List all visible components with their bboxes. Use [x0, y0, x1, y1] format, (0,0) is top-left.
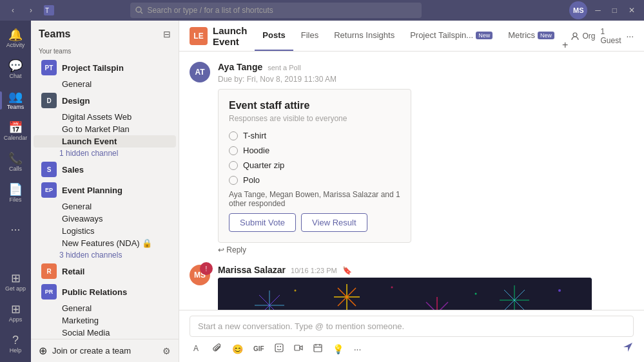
filter-button[interactable]: ⊟: [163, 29, 171, 39]
poll-option-tshirt[interactable]: T-shirt: [229, 131, 400, 140]
team-item-event-planning[interactable]: EP Event Planning ···: [34, 180, 176, 200]
gif-button[interactable]: GIF: [249, 343, 268, 355]
chat-icon: 💬: [8, 60, 23, 71]
rail-item-help[interactable]: ? Help: [0, 329, 31, 359]
nav-back-button[interactable]: ‹: [5, 3, 21, 18]
team-item-project-tailspin[interactable]: PT Project Tailspin ···: [34, 57, 176, 78]
channel-item-launch-event[interactable]: Launch Event: [34, 135, 176, 148]
channel-item-go-to-market[interactable]: Go to Market Plan: [34, 123, 176, 135]
restore-button[interactable]: □: [609, 6, 621, 15]
meet-button[interactable]: [290, 341, 307, 357]
rail-item-calls[interactable]: 📞 Calls: [0, 147, 31, 178]
poll-meta-sent: sent a Poll: [268, 64, 300, 71]
poll-option-label-quarter-zip: Quarter zip: [243, 160, 284, 170]
rail-item-chat[interactable]: 💬 Chat: [0, 54, 31, 85]
poll-radio-quarter-zip[interactable]: [229, 161, 238, 170]
team-name-sales: Sales: [62, 165, 158, 175]
hidden-channels-ep[interactable]: 3 hidden channels: [31, 249, 179, 261]
channel-item-logistics[interactable]: Logistics: [34, 225, 176, 237]
poll-radio-hoodie[interactable]: [229, 146, 238, 155]
channel-item-general-pr[interactable]: General: [34, 302, 176, 314]
sidebar-settings-button[interactable]: ⚙: [162, 346, 171, 356]
rail-label-help: Help: [10, 347, 22, 354]
section-label: Your teams: [31, 45, 179, 57]
org-button[interactable]: Org: [571, 32, 595, 41]
apps-icon: ⊞: [11, 303, 21, 315]
header-tabs: Posts Files Returns Insights Project Tai…: [255, 21, 568, 51]
tab-metrics[interactable]: Metrics New: [500, 21, 562, 51]
poll-radio-tshirt[interactable]: [229, 131, 238, 140]
avatar-aya-tange: AT: [190, 62, 210, 82]
close-button[interactable]: ✕: [625, 6, 639, 15]
rail-item-calendar[interactable]: 📅 Calendar: [0, 116, 31, 147]
team-item-retail[interactable]: R Retail ···: [34, 261, 176, 281]
minimize-button[interactable]: ─: [591, 6, 605, 15]
rail-label-files: Files: [9, 196, 21, 203]
rail-item-teams[interactable]: 👥 Teams: [0, 85, 31, 116]
channel-item-giveaways[interactable]: Giveaways: [34, 213, 176, 225]
add-tab-button[interactable]: +: [562, 39, 568, 51]
team-avatar-event-planning: EP: [41, 182, 57, 198]
channel-more-button[interactable]: ···: [626, 31, 634, 41]
search-bar[interactable]: [130, 3, 422, 18]
channel-item-social-media[interactable]: Social Media: [34, 327, 176, 339]
fireworks-meta-time: 10/16 1:23 PM: [291, 267, 337, 274]
send-button[interactable]: [622, 341, 634, 356]
tab-project-tailspin[interactable]: Project Tailspin... New: [402, 21, 500, 51]
rail-item-get-app[interactable]: ⊞ Get app: [0, 267, 31, 298]
join-create-team-button[interactable]: ⊕ Join or create a team: [39, 345, 157, 357]
channel-name-go-to-market: Go to Market Plan: [62, 124, 171, 134]
poll-option-quarter-zip[interactable]: Quarter zip: [229, 160, 400, 170]
more-apps-icon: ···: [10, 224, 20, 235]
poll-option-polo[interactable]: Polo: [229, 175, 400, 185]
channel-item-general-ep[interactable]: General: [34, 200, 176, 213]
rail-bottom: ⊞ Get app ⊞ Apps ? Help: [0, 267, 31, 359]
svg-point-2: [136, 7, 141, 12]
team-item-public-relations[interactable]: PR Public Relations ···: [34, 281, 176, 302]
fireworks-message-header: Marissa Salazar 10/16 1:23 PM 🔖: [218, 265, 634, 275]
more-tools-button[interactable]: ···: [350, 341, 366, 357]
rail-item-ellipsis[interactable]: ···: [0, 214, 31, 245]
poll-option-hoodie[interactable]: Hoodie: [229, 146, 400, 155]
sticker-button[interactable]: [271, 341, 288, 357]
view-result-button[interactable]: View Result: [301, 213, 367, 232]
reply-link-poll[interactable]: ↩ Reply: [218, 245, 634, 254]
tab-returns-insights[interactable]: Returns Insights: [326, 21, 402, 51]
team-avatar-project-tailspin: PT: [41, 60, 57, 75]
bookmark-button[interactable]: 🔖: [342, 266, 352, 275]
format-button[interactable]: A: [190, 341, 206, 357]
rail-label-calendar: Calendar: [4, 135, 28, 141]
user-avatar[interactable]: MS: [569, 1, 587, 19]
poll-card: Event staff attire Responses are visible…: [218, 89, 411, 243]
channel-name-general-pr: General: [62, 303, 171, 313]
rail-item-files[interactable]: 📄 Files: [0, 178, 31, 209]
channel-item-digital-assets[interactable]: Digital Assets Web: [34, 111, 176, 123]
tab-posts[interactable]: Posts: [255, 21, 293, 51]
schedule-button[interactable]: [309, 341, 326, 357]
fireworks-image: [218, 278, 592, 310]
poll-option-label-tshirt: T-shirt: [243, 131, 266, 140]
message-fireworks: MS ! Marissa Salazar 10/16 1:23 PM 🔖: [190, 265, 634, 310]
nav-forward-button[interactable]: ›: [23, 3, 39, 18]
submit-vote-button[interactable]: Submit Vote: [229, 213, 296, 232]
search-input[interactable]: [147, 6, 416, 15]
files-icon: 📄: [8, 184, 23, 195]
hidden-channels-design[interactable]: 1 hidden channel: [31, 148, 179, 159]
send-icon: [622, 341, 634, 353]
tab-files[interactable]: Files: [293, 21, 326, 51]
team-item-sales[interactable]: S Sales ···: [34, 159, 176, 180]
team-name-design: Design: [62, 96, 158, 106]
attach-icon: [213, 343, 222, 352]
attach-button[interactable]: [209, 341, 226, 357]
praise-button[interactable]: 💡: [329, 341, 347, 357]
channel-name-new-features: New Features (NDA) 🔒: [62, 238, 171, 248]
poll-radio-polo[interactable]: [229, 176, 238, 185]
channel-item-new-features[interactable]: New Features (NDA) 🔒: [34, 237, 176, 249]
channel-item-general-pt[interactable]: General: [34, 78, 176, 90]
channel-item-marketing[interactable]: Marketing: [34, 314, 176, 327]
icon-rail: 🔔 Activity 💬 Chat 👥 Teams 📅 Calendar 📞 C…: [0, 21, 31, 362]
team-item-design[interactable]: D Design ···: [34, 90, 176, 111]
rail-item-activity[interactable]: 🔔 Activity: [0, 23, 31, 54]
rail-item-apps[interactable]: ⊞ Apps: [0, 298, 31, 329]
emoji-button[interactable]: 😊: [228, 341, 247, 357]
